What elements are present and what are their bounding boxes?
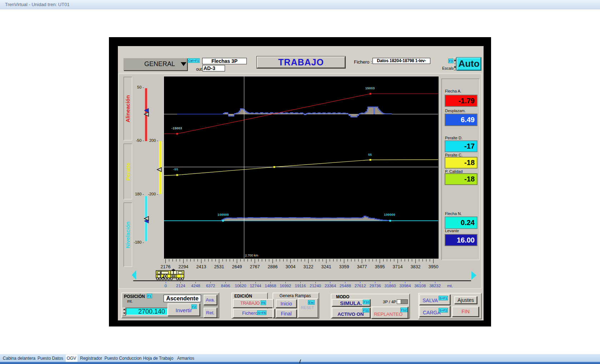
svg-text:2.700 km: 2.700 km bbox=[245, 254, 258, 257]
svg-text:15003: 15003 bbox=[365, 86, 375, 90]
svg-text:100000: 100000 bbox=[384, 213, 395, 216]
svg-text:100000: 100000 bbox=[218, 213, 229, 216]
svg-text:-15003: -15003 bbox=[171, 126, 182, 130]
svg-text:55: 55 bbox=[368, 153, 372, 156]
svg-text:-55: -55 bbox=[173, 168, 178, 171]
